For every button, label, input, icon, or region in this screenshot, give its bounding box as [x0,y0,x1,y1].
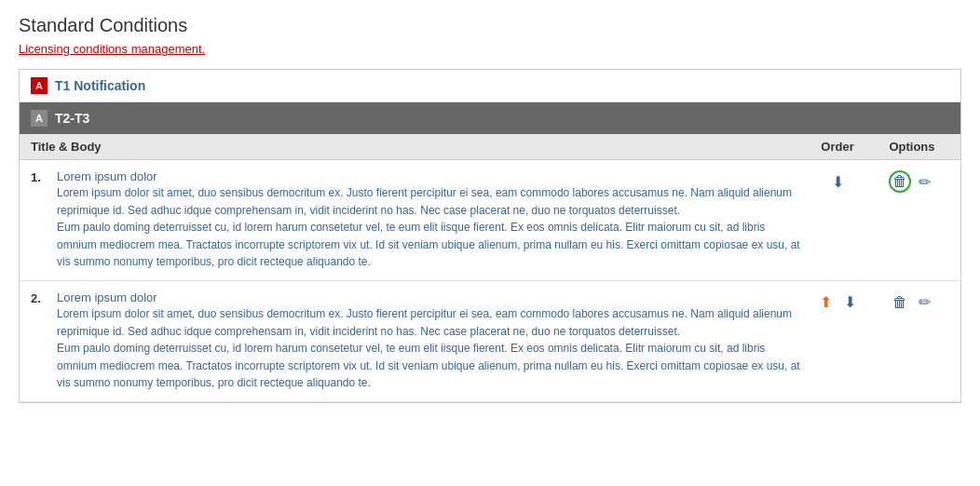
alert-icon-t2t3: A [31,110,48,127]
delete-button[interactable]: 🗑 [889,170,911,193]
table-row: 1. Lorem ipsum dolor Lorem ipsum dolor s… [20,160,960,281]
panel-t1: A T1 Notification A T2-T3 Title & Body O… [19,69,961,403]
order-col-1: ⬇ [800,169,875,271]
section-header-t2t3: A T2-T3 [20,102,960,134]
row-title: Lorem ipsum dolor [57,169,800,183]
edit-button[interactable]: ✏ [913,291,935,314]
alert-icon-t1: A [31,77,48,94]
col-header-options: Options [875,140,949,154]
row-body: Lorem ipsum dolor sit amet, duo sensibus… [31,305,800,392]
section-label-t2t3: T2-T3 [55,111,89,126]
row-title: Lorem ipsum dolor [57,290,800,304]
table-row: 2. Lorem ipsum dolor Lorem ipsum dolor s… [20,281,960,402]
move-up-button[interactable]: ⬆ [814,291,837,314]
row-number: 1. [31,169,57,184]
edit-button[interactable]: ✏ [913,170,935,193]
row-body: Lorem ipsum dolor sit amet, duo sensibus… [31,184,800,271]
options-col-1: 🗑 ✏ [875,169,949,271]
order-col-2: ⬆ ⬇ [800,290,875,392]
col-header-title: Title & Body [31,140,800,154]
delete-button[interactable]: 🗑 [889,291,911,314]
section-header-t1: A T1 Notification [20,70,960,102]
col-header-order: Order [800,140,875,154]
move-down-button[interactable]: ⬇ [838,291,861,314]
move-down-button[interactable]: ⬇ [826,170,849,193]
subtitle-link[interactable]: Licensing conditions management. [19,42,961,56]
page-title: Standard Conditions [19,15,961,36]
section-label-t1: T1 Notification [55,78,145,93]
row-number: 2. [31,290,57,305]
options-col-2: 🗑 ✏ [875,290,949,392]
table-header: Title & Body Order Options [20,134,960,160]
